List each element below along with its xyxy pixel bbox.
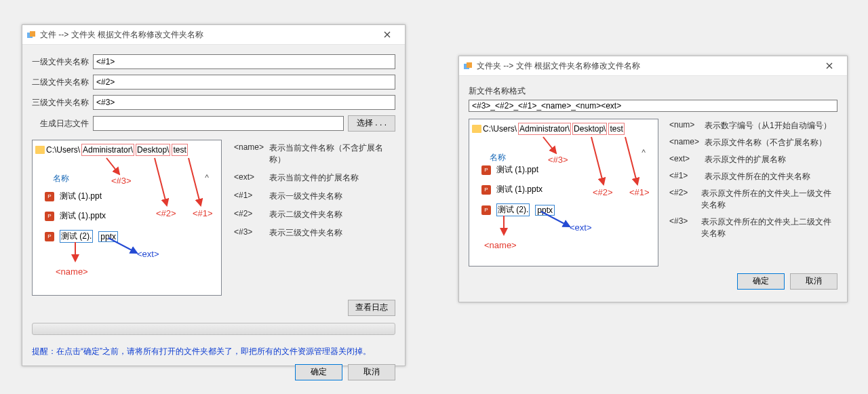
callout-ext: <ext>: [137, 249, 159, 259]
legend-key: <#2>: [669, 188, 694, 211]
callout-name: <name>: [484, 240, 517, 250]
legend-value: 表示数字编号（从1开始自动编号）: [705, 120, 831, 132]
view-log-button[interactable]: 查看日志: [348, 300, 395, 316]
level1-input[interactable]: [93, 54, 395, 69]
level2-label: 二级文件夹名称: [32, 77, 93, 88]
warning-text: 提醒：在点击“确定”之前，请将所有打开的文件夹都关了，即把所有的文件资源管理器关…: [32, 346, 395, 357]
callout-name: <name>: [56, 267, 88, 277]
level1-label: 一级文件夹名称: [32, 56, 93, 68]
powerpoint-icon: P: [481, 165, 491, 175]
addr-seg: C:\Users\: [483, 124, 517, 134]
app-icon: [463, 61, 473, 71]
legend-key: <ext>: [669, 154, 698, 165]
legend-value: 表示原文件所在的文件夹上二级文件夹名称: [701, 216, 837, 239]
legend-value: 表示当前文件名称（不含扩展名称）: [269, 142, 395, 165]
preview-panel: C:\Users\Administrator\Desktop\test 名称 ^…: [469, 119, 658, 267]
chevron-up-icon: ^: [642, 148, 646, 157]
titlebar: 文件夹 --> 文件 根据文件夹名称修改文件名称: [459, 56, 847, 76]
legend-key: <ext>: [234, 172, 262, 184]
address-bar: C:\Users\Administrator\Desktop\test: [472, 122, 655, 136]
legend-key: <name>: [669, 137, 698, 149]
addr-seg-admin: Administrator\: [518, 123, 571, 135]
dialog-file-to-folder: 文件 --> 文件夹 根据文件名称修改文件夹名称 一级文件夹名称 二级文件夹名称…: [22, 24, 406, 366]
file-name: 测试 (1).ppt: [496, 164, 538, 176]
logfile-label: 生成日志文件: [32, 118, 93, 130]
window-title: 文件 --> 文件夹 根据文件名称修改文件夹名称: [40, 29, 370, 41]
cancel-button[interactable]: 取消: [348, 364, 395, 380]
ok-button[interactable]: 确定: [295, 364, 342, 380]
file-name: 测试 (1).pptx: [496, 184, 542, 195]
list-item: P测试 (1).pptx: [45, 210, 118, 222]
legend-value: 表示原文件所在的文件夹上一级文件夹名称: [701, 188, 837, 211]
cancel-button[interactable]: 取消: [790, 273, 837, 290]
powerpoint-icon: P: [45, 192, 54, 201]
legend-key: <#1>: [234, 191, 262, 202]
level2-input[interactable]: [93, 75, 395, 90]
format-label: 新文件名称格式: [469, 85, 837, 97]
legend: <num>表示数字编号（从1开始自动编号） <name>表示原文件名称（不含扩展…: [669, 119, 837, 267]
browse-button[interactable]: 选择 . . .: [348, 115, 395, 132]
addr-seg-test: test: [172, 144, 187, 156]
legend-key: <#3>: [234, 227, 262, 239]
legend-value: 表示原文件名称（不含扩展名称）: [705, 137, 827, 149]
form: 一级文件夹名称 二级文件夹名称 三级文件夹名称 生成日志文件 选择 . . .: [22, 45, 405, 296]
powerpoint-icon: P: [45, 232, 54, 241]
list-column-header: 名称: [490, 152, 506, 163]
format-input[interactable]: [469, 100, 837, 112]
close-icon[interactable]: [816, 59, 843, 73]
list-item: P测试 (1).ppt: [45, 191, 118, 202]
legend-value: 表示当前文件的扩展名称: [269, 172, 359, 184]
legend-value: 表示原文件的扩展名称: [705, 154, 786, 165]
preview-panel: C:\Users\Administrator\Desktop\test 名称 ^…: [32, 140, 222, 296]
addr-seg-admin: Administrator\: [81, 144, 134, 156]
powerpoint-icon: P: [481, 185, 491, 195]
legend-key: <#1>: [669, 171, 698, 182]
list-column-header: 名称: [53, 173, 69, 184]
callout-hash3: <#3>: [111, 176, 132, 186]
svg-rect-3: [467, 62, 472, 68]
level3-label: 三级文件夹名称: [32, 97, 93, 109]
powerpoint-icon: P: [481, 205, 491, 215]
callout-hash3: <#3>: [548, 155, 568, 165]
callout-hash1: <#1>: [629, 187, 650, 197]
powerpoint-icon: P: [45, 212, 54, 221]
addr-seg: C:\Users\: [46, 145, 80, 155]
legend-value: 表示原文件所在的文件夹名称: [705, 171, 810, 182]
legend: <name>表示当前文件名称（不含扩展名称） <ext>表示当前文件的扩展名称 …: [234, 140, 395, 296]
chevron-up-icon: ^: [205, 173, 209, 182]
logfile-input[interactable]: [93, 116, 344, 131]
legend-key: <#3>: [669, 216, 694, 239]
legend-value: 表示二级文件夹名称: [269, 209, 342, 220]
level3-input[interactable]: [93, 95, 395, 110]
close-icon[interactable]: [374, 28, 401, 41]
folder-icon: [35, 146, 45, 154]
app-icon: [26, 30, 36, 39]
progress-bar: [32, 323, 395, 335]
address-bar: C:\Users\Administrator\Desktop\test: [35, 143, 218, 157]
ok-button[interactable]: 确定: [737, 273, 785, 290]
legend-value: 表示一级文件夹名称: [269, 191, 342, 202]
window-title: 文件夹 --> 文件 根据文件夹名称修改文件名称: [477, 60, 812, 72]
svg-rect-1: [30, 31, 35, 37]
folder-icon: [472, 125, 481, 133]
list-item: P测试 (1).pptx: [481, 184, 555, 195]
callout-hash2: <#2>: [156, 208, 176, 218]
legend-key: <name>: [234, 142, 262, 165]
legend-key: <num>: [669, 120, 698, 132]
titlebar: 文件 --> 文件夹 根据文件名称修改文件夹名称: [22, 25, 405, 45]
callout-hash1: <#1>: [193, 208, 213, 218]
dialog-folder-to-file: 文件夹 --> 文件 根据文件夹名称修改文件名称 新文件名称格式 C:\User…: [458, 56, 848, 302]
file-name: 测试 (1).ppt: [60, 191, 102, 202]
callout-ext: <ext>: [570, 222, 592, 233]
addr-seg-test: test: [608, 123, 624, 135]
legend-key: <#2>: [234, 209, 262, 220]
addr-seg-desktop: Desktop\: [572, 123, 607, 135]
legend-value: 表示三级文件夹名称: [269, 227, 342, 239]
addr-seg-desktop: Desktop\: [136, 144, 170, 156]
callout-hash2: <#2>: [593, 187, 613, 197]
list-item: P测试 (1).ppt: [481, 164, 555, 176]
file-name: 测试 (1).pptx: [60, 210, 106, 222]
